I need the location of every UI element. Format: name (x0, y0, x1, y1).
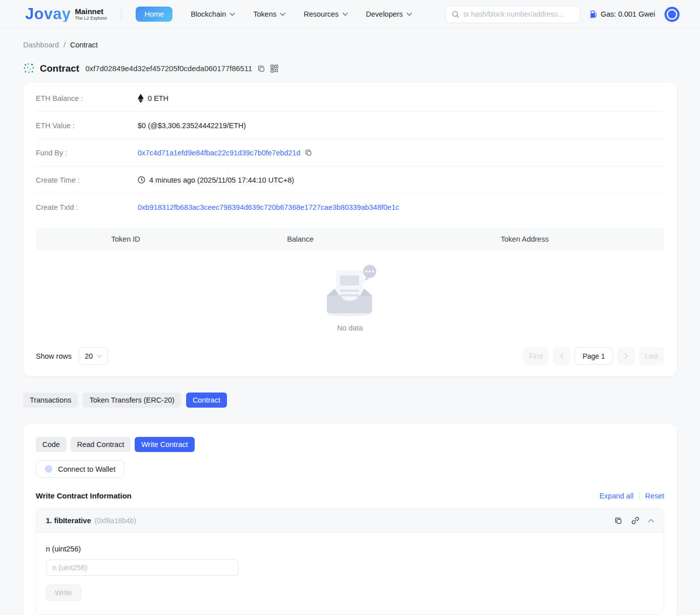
top-navbar: Jovay Mainnet The L2 Explorer Home Block… (0, 0, 700, 29)
collapse-chevron-icon[interactable] (648, 519, 654, 523)
account-aperture-icon[interactable] (664, 7, 680, 22)
breadcrumb-current: Contract (70, 41, 98, 49)
nav-item-tokens[interactable]: Tokens (253, 10, 285, 18)
function-panel-fibIterative: 1. fibIterative (0xf8a18b4b) (36, 508, 664, 614)
logo-wordmark: Jovay (25, 7, 71, 22)
connect-wallet-label: Connect to Wallet (58, 465, 115, 473)
first-page-button[interactable]: First (523, 347, 549, 365)
gas-indicator: Gas: 0.001 Gwei (590, 10, 655, 18)
page-title-row: Contract 0xf7d02849e4d32ef457205f0cdeda0… (23, 63, 677, 74)
section-tabs: Transactions Token Transfers (ERC-20) Co… (23, 393, 677, 408)
nav-item-blockchain[interactable]: Blockchain (191, 10, 235, 18)
nav-item-resources[interactable]: Resources (304, 10, 347, 18)
permalink-icon[interactable] (631, 516, 639, 525)
param-input[interactable] (46, 560, 239, 576)
create-time-row: Create Time : 4 minutes ago (2025/11/05 … (36, 166, 664, 194)
table-footer: Show rows 20 First Page 1 Last (36, 339, 664, 376)
param-label: n (uint256) (46, 545, 654, 553)
tab-token-transfers[interactable]: Token Transfers (ERC-20) (83, 393, 181, 408)
chevron-left-icon (560, 353, 563, 359)
fund-by-row: Fund By : 0x7c4d71a1efd9e84fbac22c91d39c… (36, 139, 664, 166)
chevron-down-icon (342, 13, 348, 16)
pager: First Page 1 Last (523, 347, 664, 365)
clock-icon (138, 176, 145, 184)
chevron-down-icon (229, 13, 235, 16)
nav-label: Resources (304, 10, 338, 18)
eth-balance-row: ETH Balance : 0 ETH (36, 85, 664, 112)
logo[interactable]: Jovay Mainnet The L2 Explorer (25, 7, 107, 22)
section-title: Write Contract Information (36, 491, 132, 500)
nav-item-home[interactable]: Home (136, 7, 172, 22)
search-box[interactable] (445, 6, 580, 23)
page-title: Contract (40, 63, 79, 74)
tab-transactions[interactable]: Transactions (23, 393, 78, 408)
network-tagline: The L2 Explorer (75, 16, 107, 21)
tab-contract[interactable]: Contract (186, 393, 227, 408)
eth-value-label: ETH Value : (36, 122, 138, 130)
copy-funder-icon[interactable] (305, 149, 312, 156)
gas-pump-icon (590, 10, 597, 18)
nav-item-developers[interactable]: Developers (366, 10, 412, 18)
write-button[interactable]: Write (46, 585, 81, 601)
search-icon (452, 11, 459, 18)
no-data-illustration (320, 263, 380, 319)
eth-balance-value: 0 ETH (148, 94, 168, 102)
search-input[interactable] (463, 10, 574, 18)
nav-label: Developers (366, 10, 403, 18)
show-rows-label: Show rows (36, 352, 72, 360)
function-header[interactable]: 1. fibIterative (0xf8a18b4b) (36, 509, 664, 533)
prev-page-button[interactable] (553, 347, 570, 365)
breadcrumb: Dashboard / Contract (23, 41, 677, 49)
create-txid-row: Create TxId : 0xb918312fb683ac3ceec79839… (36, 194, 664, 221)
last-page-button[interactable]: Last (639, 347, 664, 365)
next-page-button[interactable] (617, 347, 635, 365)
links-divider (639, 492, 639, 499)
eth-balance-label: ETH Balance : (36, 94, 138, 102)
wallet-status-dot (45, 465, 52, 473)
header-divider (121, 8, 122, 21)
column-token-id: Token ID (36, 235, 215, 243)
empty-state: No data (36, 250, 664, 339)
contract-address: 0xf7d02849e4d32ef457205f0cdeda060177f865… (85, 64, 252, 73)
main-nav: Home Blockchain Tokens Resources Develop… (136, 7, 412, 22)
expand-all-link[interactable]: Expand all (599, 492, 633, 500)
contract-subtabs: Code Read Contract Write Contract (36, 437, 664, 452)
contract-identicon-icon (23, 63, 35, 74)
chevron-down-icon (406, 13, 412, 16)
contract-overview-card: ETH Balance : 0 ETH ETH Value : $0 (@$3,… (23, 83, 677, 376)
column-balance: Balance (215, 235, 385, 243)
subtab-code[interactable]: Code (36, 437, 67, 452)
fund-by-label: Fund By : (36, 149, 138, 157)
connect-wallet-button[interactable]: Connect to Wallet (36, 460, 125, 478)
subtab-read-contract[interactable]: Read Contract (71, 437, 131, 452)
chevron-down-icon (280, 13, 285, 16)
contract-card: Code Read Contract Write Contract Connec… (23, 424, 677, 615)
nav-label: Blockchain (191, 10, 226, 18)
subtab-write-contract[interactable]: Write Contract (135, 437, 194, 452)
rows-per-page-select[interactable]: 20 (79, 347, 108, 365)
network-name: Mainnet (75, 8, 107, 16)
gas-label: Gas: 0.001 Gwei (601, 10, 655, 18)
write-contract-section-head: Write Contract Information Expand all Re… (36, 491, 664, 500)
nav-label: Tokens (253, 10, 276, 18)
breadcrumb-separator: / (64, 41, 66, 49)
reset-link[interactable]: Reset (645, 492, 664, 500)
function-selector: (0xf8a18b4b) (94, 517, 136, 525)
current-page-button[interactable]: Page 1 (574, 347, 613, 365)
create-txid-link[interactable]: 0xb918312fb683ac3ceec798394d639c720b6736… (138, 203, 399, 211)
copy-address-icon[interactable] (257, 65, 265, 73)
funder-address-link[interactable]: 0x7c4d71a1efd9e84fbac22c91d39c7b0fe7ebd2… (138, 149, 301, 157)
ethereum-icon (138, 94, 144, 103)
copy-function-icon[interactable] (614, 517, 622, 525)
function-body: n (uint256) Write (36, 533, 664, 614)
function-index: 1. (46, 517, 52, 525)
qr-code-icon[interactable] (270, 65, 278, 73)
breadcrumb-dashboard[interactable]: Dashboard (23, 41, 59, 49)
function-name: fibIterative (54, 517, 91, 525)
create-time-label: Create Time : (36, 176, 138, 184)
column-token-address: Token Address (385, 235, 664, 243)
chevron-down-icon (97, 355, 102, 358)
create-time-value: 4 minutes ago (2025/11/05 17:44:10 UTC+8… (149, 176, 294, 184)
token-table-header: Token ID Balance Token Address (36, 228, 664, 250)
rows-per-page-value: 20 (85, 352, 93, 360)
